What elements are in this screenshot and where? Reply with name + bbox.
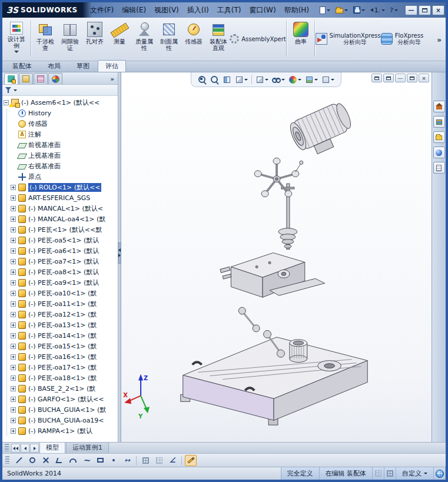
tab-layout[interactable]: 布局 — [40, 60, 68, 72]
floxpress-button[interactable]: FloXpress 分析向导 — [379, 19, 425, 59]
grid-snap-button[interactable] — [140, 455, 151, 466]
interference-check-button[interactable]: 干涉检 查 — [33, 19, 58, 59]
assembly-visualization-button[interactable]: 装配体 直观 — [206, 19, 231, 59]
centerline-tool-button[interactable] — [54, 455, 65, 466]
assemblyxpert-button[interactable]: AssemblyXpert — [231, 19, 285, 59]
expander-icon[interactable] — [11, 354, 16, 360]
expander-icon[interactable] — [11, 407, 16, 413]
tab-evaluate[interactable]: 评估 — [98, 60, 126, 72]
minimize-button[interactable]: — — [405, 5, 417, 15]
tree-item-annotations[interactable]: 注解 — [2, 129, 118, 139]
hole-alignment-button[interactable]: 孔对齐 — [82, 19, 107, 59]
tab-assembly[interactable]: 装配体 — [5, 60, 39, 72]
expander-icon[interactable] — [11, 397, 16, 402]
file-explorer-button[interactable] — [433, 131, 445, 143]
tree-item[interactable]: (-) PE茋-oa10<1> (默 — [2, 288, 118, 298]
close-button[interactable]: × — [432, 5, 444, 15]
solidworks-resources-button[interactable] — [433, 101, 445, 112]
expander-icon[interactable] — [11, 323, 16, 328]
exploded-view-model[interactable]: Z X Y — [121, 72, 432, 442]
toolbar-grip[interactable] — [5, 456, 9, 464]
view-settings-button[interactable] — [320, 74, 336, 85]
tree-item[interactable]: (-) PE茋-oa7<1> (默认 — [2, 256, 118, 267]
snap-settings-button[interactable] — [153, 455, 165, 466]
tree-item[interactable]: (-) BUCHA_GUIA-oa19< — [2, 415, 118, 426]
zoom-to-area-button[interactable] — [209, 74, 220, 85]
tree-item[interactable]: (-) BASE_2_2<1> (默 — [2, 383, 118, 394]
panel-flyout-button[interactable]: » — [109, 76, 116, 84]
menu-view[interactable]: 视图(V) — [150, 3, 183, 18]
apply-scene-button[interactable] — [304, 74, 319, 85]
customize-status-button[interactable]: 自定义 — [396, 467, 434, 480]
section-view-button[interactable] — [221, 74, 233, 85]
spline-tool-button[interactable] — [81, 455, 92, 466]
tree-item-front-plane[interactable]: 前视基准面 — [2, 139, 118, 150]
first-tab-button[interactable] — [11, 444, 20, 453]
measure-button[interactable]: 测量 — [107, 19, 132, 59]
tree-item[interactable]: (-) MANCAL<1> (默认< — [2, 203, 118, 214]
tree-item[interactable]: (-) PE茋-oa12<1> (默 — [2, 309, 118, 320]
tree-item[interactable]: (-) RAMPA<1> (默认 — [2, 426, 118, 436]
circle-tool-button[interactable] — [26, 455, 38, 466]
point-tool-button[interactable] — [108, 455, 120, 466]
angle-dimension-button[interactable] — [167, 455, 178, 466]
tree-item[interactable]: (-) PE茋-oa9<1> (默认 — [2, 277, 118, 288]
menu-edit[interactable]: 编辑(E) — [118, 3, 150, 18]
expander-icon[interactable] — [11, 418, 16, 423]
tags-toggle[interactable] — [384, 467, 396, 480]
expander-icon[interactable] — [11, 291, 16, 296]
tab-featuremanager-tree[interactable] — [4, 73, 18, 84]
tab-property-manager[interactable] — [19, 73, 33, 84]
expander-icon[interactable] — [11, 270, 16, 275]
expander-icon[interactable] — [11, 238, 16, 243]
arc-tool-button[interactable] — [67, 455, 79, 466]
tree-item-selected[interactable]: (-) ROLO<1> (默认<< — [2, 182, 118, 192]
expander-icon[interactable] — [11, 217, 16, 222]
quick-tips-toggle[interactable] — [373, 467, 384, 480]
expander-icon[interactable] — [11, 259, 16, 264]
tab-motion-study-1[interactable]: 运动算例1 — [66, 442, 109, 453]
tab-model[interactable]: 模型 — [39, 442, 65, 453]
tree-item[interactable]: (-) MANCAL-oa4<1> (默 — [2, 214, 118, 224]
document-minimize-button[interactable]: — — [395, 74, 406, 82]
custom-properties-button[interactable] — [433, 162, 445, 174]
tree-item[interactable]: (-) PE茋-oa16<1> (默 — [2, 351, 118, 362]
save-button[interactable] — [351, 5, 367, 15]
tree-item-assembly-root[interactable]: (-) Assem6<1> (默认<< — [2, 97, 118, 108]
previous-tab-button[interactable] — [21, 444, 29, 453]
help-button[interactable]: ? — [389, 6, 400, 15]
tree-item-sensors[interactable]: 传感器 — [2, 118, 118, 129]
menu-window[interactable]: 窗口(W) — [245, 3, 280, 18]
hide-show-items-button[interactable] — [271, 74, 286, 85]
document-close-button[interactable]: × — [419, 74, 429, 82]
menu-tools[interactable]: 工具(T) — [213, 3, 245, 18]
graphics-viewport[interactable]: Z X Y — [121, 72, 432, 442]
sketch-button[interactable] — [185, 455, 197, 466]
design-library-button[interactable] — [433, 116, 445, 128]
tree-item[interactable]: (-) PE茋-oa14<1> (默 — [2, 330, 118, 341]
tab-display-manager[interactable] — [48, 73, 62, 84]
expander-icon[interactable] — [11, 301, 16, 307]
tree-item[interactable]: (-) PE茋<1> (默认<<默 — [2, 224, 118, 235]
expander-icon[interactable] — [11, 365, 16, 370]
expander-icon[interactable] — [11, 185, 16, 190]
menu-help[interactable]: 帮助(H) — [280, 3, 313, 18]
line-tool-button[interactable] — [13, 455, 25, 466]
expander-icon[interactable] — [11, 375, 16, 381]
menu-insert[interactable]: 插入(I) — [183, 3, 213, 18]
expander-icon[interactable] — [11, 386, 16, 391]
new-window-button[interactable] — [371, 74, 382, 82]
tree-item[interactable]: ART-ESFERICA_SGS — [2, 192, 118, 203]
edit-appearance-button[interactable] — [287, 74, 303, 85]
smart-dimension-button[interactable] — [121, 455, 133, 466]
open-document-button[interactable] — [334, 5, 350, 15]
tree-item[interactable]: (-) PE茋-oa6<1> (默认 — [2, 245, 118, 256]
new-document-button[interactable] — [318, 5, 332, 15]
menu-file[interactable]: 文件(F) — [86, 3, 118, 18]
tab-sketch[interactable]: 草图 — [69, 60, 97, 72]
display-style-button[interactable] — [254, 74, 270, 85]
design-study-button[interactable]: 设计算 例 — [4, 19, 29, 59]
zoom-fit-button[interactable] — [197, 74, 208, 85]
chevron-down-icon[interactable] — [14, 89, 17, 91]
expander-icon[interactable] — [11, 195, 16, 201]
